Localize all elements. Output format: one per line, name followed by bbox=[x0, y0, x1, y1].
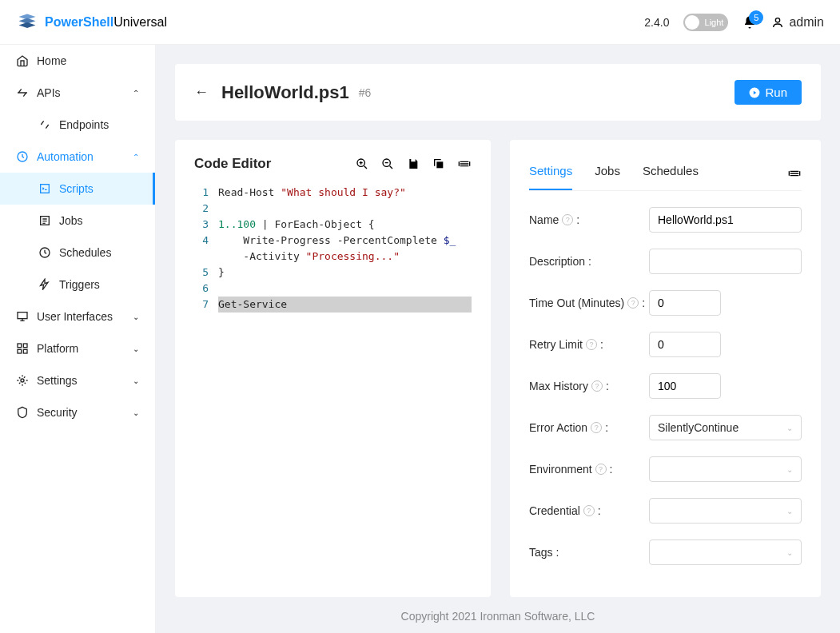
chevron-down-icon: ⌄ bbox=[786, 507, 793, 516]
chevron-down-icon: ⌄ bbox=[786, 548, 793, 557]
name-input[interactable] bbox=[649, 207, 802, 233]
sidebar-item-scripts[interactable]: Scripts bbox=[0, 173, 155, 205]
sidebar-item-security[interactable]: Security ⌄ bbox=[0, 396, 155, 428]
save-button[interactable] bbox=[406, 157, 420, 171]
details-panel: Settings Jobs Schedules Name? : Descript… bbox=[510, 140, 821, 597]
code-line: Write-Progress -PercentComplete $_ bbox=[218, 233, 472, 249]
description-input[interactable] bbox=[649, 249, 802, 274]
sidebar-item-schedules[interactable]: Schedules bbox=[0, 237, 155, 269]
help-icon[interactable]: ? bbox=[591, 380, 603, 392]
expand-icon bbox=[458, 157, 471, 170]
tab-jobs[interactable]: Jobs bbox=[595, 156, 620, 190]
back-button[interactable]: ← bbox=[194, 84, 209, 101]
code-editor-panel: Code Editor 1Read-Host "What should I sa… bbox=[175, 140, 491, 597]
code-editor[interactable]: 1Read-Host "What should I say?" 2 31..10… bbox=[194, 185, 472, 313]
timeout-label: Time Out (Minutes) ? : bbox=[529, 297, 649, 309]
sidebar-item-label: Security bbox=[37, 406, 78, 419]
automation-icon bbox=[16, 150, 29, 163]
code-line: 1..100 | ForEach-Object { bbox=[218, 217, 472, 233]
code-line: -Activity "Processing..." bbox=[218, 249, 472, 265]
sidebar-item-label: Home bbox=[37, 54, 66, 67]
user-icon bbox=[771, 16, 784, 29]
help-icon[interactable]: ? bbox=[595, 464, 607, 475]
expand-panel-button[interactable] bbox=[787, 166, 802, 181]
help-icon[interactable]: ? bbox=[562, 214, 573, 225]
expand-button[interactable] bbox=[457, 157, 472, 171]
sidebar-item-label: Platform bbox=[37, 342, 78, 355]
sidebar-item-settings[interactable]: Settings ⌄ bbox=[0, 364, 155, 396]
editor-title: Code Editor bbox=[194, 156, 271, 172]
line-number: 6 bbox=[194, 281, 218, 297]
user-name: admin bbox=[789, 15, 824, 30]
theme-toggle[interactable]: Light bbox=[683, 14, 728, 31]
chevron-up-icon: ⌃ bbox=[133, 153, 139, 161]
sidebar-item-apis[interactable]: APIs ⌃ bbox=[0, 77, 155, 109]
tags-select[interactable]: ⌄ bbox=[649, 539, 802, 565]
run-button-label: Run bbox=[765, 86, 787, 99]
settings-icon bbox=[16, 374, 29, 387]
help-icon[interactable]: ? bbox=[586, 339, 597, 350]
sidebar-item-label: Automation bbox=[37, 150, 94, 163]
svg-rect-6 bbox=[18, 344, 22, 348]
brand-logo[interactable]: PowerShellUniversal bbox=[16, 11, 167, 34]
sidebar-item-home[interactable]: Home bbox=[0, 45, 155, 77]
tab-settings[interactable]: Settings bbox=[529, 156, 572, 190]
sidebar-item-jobs[interactable]: Jobs bbox=[0, 205, 155, 237]
svg-rect-14 bbox=[436, 161, 443, 168]
sidebar-item-label: Jobs bbox=[59, 214, 83, 227]
chevron-down-icon: ⌄ bbox=[133, 313, 139, 321]
expand-icon bbox=[788, 167, 801, 180]
chevron-down-icon: ⌄ bbox=[786, 465, 793, 474]
chevron-up-icon: ⌃ bbox=[133, 89, 139, 98]
sidebar-item-label: User Interfaces bbox=[37, 310, 113, 323]
svg-rect-9 bbox=[23, 349, 27, 353]
chevron-down-icon: ⌄ bbox=[133, 376, 139, 385]
line-number: 5 bbox=[194, 265, 218, 281]
sidebar: Home APIs ⌃ Endpoints Automation ⌃ Scrip… bbox=[0, 45, 156, 633]
svg-rect-2 bbox=[41, 185, 50, 193]
zoom-in-icon bbox=[356, 157, 368, 170]
platform-icon bbox=[16, 342, 29, 355]
sidebar-item-triggers[interactable]: Triggers bbox=[0, 269, 155, 301]
page-header: ← HelloWorld.ps1 #6 Run bbox=[175, 64, 821, 121]
svg-rect-5 bbox=[18, 313, 27, 319]
chevron-down-icon: ⌄ bbox=[133, 408, 139, 417]
schedule-icon bbox=[38, 246, 51, 259]
ui-icon bbox=[16, 310, 29, 323]
retry-input[interactable] bbox=[649, 332, 721, 357]
sidebar-item-label: Settings bbox=[37, 374, 78, 387]
notifications-button[interactable]: 5 bbox=[742, 15, 757, 30]
environment-select[interactable]: ⌄ bbox=[649, 456, 802, 482]
help-icon[interactable]: ? bbox=[591, 422, 602, 433]
footer-copyright: Copyright 2021 Ironman Software, LLC bbox=[175, 597, 821, 623]
credential-select[interactable]: ⌄ bbox=[649, 498, 802, 524]
retry-label: Retry Limit ? : bbox=[529, 338, 649, 351]
sidebar-item-platform[interactable]: Platform ⌄ bbox=[0, 332, 155, 364]
svg-rect-8 bbox=[18, 349, 22, 353]
timeout-input[interactable] bbox=[649, 290, 721, 316]
sidebar-item-user-interfaces[interactable]: User Interfaces ⌄ bbox=[0, 301, 155, 332]
copy-button[interactable] bbox=[432, 157, 446, 171]
app-header: PowerShellUniversal 2.4.0 Light 5 admin bbox=[0, 0, 840, 45]
play-icon bbox=[749, 87, 760, 98]
help-icon[interactable]: ? bbox=[583, 505, 595, 516]
tab-schedules[interactable]: Schedules bbox=[643, 156, 699, 190]
zoom-out-button[interactable] bbox=[380, 157, 395, 171]
zoom-in-button[interactable] bbox=[355, 157, 369, 171]
help-icon[interactable]: ? bbox=[627, 297, 639, 309]
endpoint-icon bbox=[38, 118, 51, 131]
description-label: Description : bbox=[529, 255, 649, 268]
chevron-down-icon: ⌄ bbox=[133, 344, 139, 353]
svg-point-10 bbox=[21, 379, 24, 382]
brand-name: PowerShellUniversal bbox=[45, 15, 167, 30]
maxhistory-input[interactable] bbox=[649, 373, 721, 399]
sidebar-item-endpoints[interactable]: Endpoints bbox=[0, 109, 155, 141]
maxhistory-label: Max History ? : bbox=[529, 380, 649, 392]
user-menu[interactable]: admin bbox=[771, 15, 824, 30]
run-button[interactable]: Run bbox=[735, 80, 802, 105]
erroraction-select[interactable]: SilentlyContinue⌄ bbox=[649, 415, 802, 440]
sidebar-item-automation[interactable]: Automation ⌃ bbox=[0, 141, 155, 173]
notification-count: 5 bbox=[749, 10, 763, 25]
trigger-icon bbox=[38, 278, 51, 291]
api-icon bbox=[16, 86, 29, 99]
